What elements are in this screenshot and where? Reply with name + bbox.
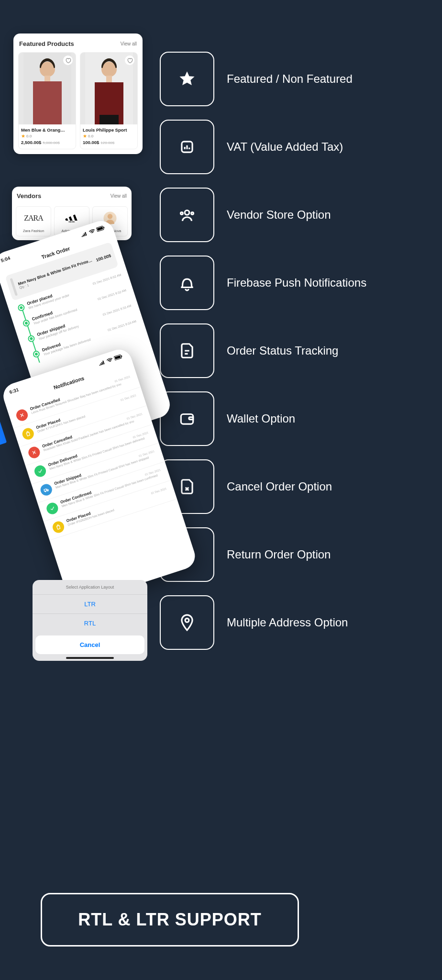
bag-icon (51, 520, 66, 534)
feature-address: Multiple Address Option (160, 595, 428, 650)
product-card[interactable]: Men Blue & Orang… 0.0 2,500.00$5,000.00$ (18, 52, 76, 149)
view-all-link[interactable]: View all (121, 41, 137, 46)
status-time: 5:04 (0, 255, 11, 263)
feature-label: Cancel Order Option (227, 478, 332, 495)
adidas-logo-icon: adidas (55, 210, 88, 227)
truck-icon (39, 482, 54, 497)
layout-selector-sheet: Select Application Layout LTR RTL Cancel (33, 580, 147, 661)
product-rating: 0.0 (83, 134, 135, 138)
feature-label: Wallet Option (227, 410, 295, 427)
sheet-title: Select Application Layout (33, 580, 147, 594)
vendor-item[interactable]: ZARA Zara Fashion (16, 206, 51, 236)
x-icon (27, 445, 41, 459)
home-indicator (66, 657, 114, 659)
feature-featured: Featured / Non Featured (160, 52, 428, 106)
svg-rect-11 (106, 76, 112, 82)
pin-icon (160, 595, 214, 650)
vendor-name: Zara Fashion (17, 229, 50, 233)
svg-point-1 (185, 211, 189, 215)
view-all-link[interactable]: View all (110, 193, 127, 199)
order-price: 100.00$ (95, 253, 111, 263)
svg-point-15 (108, 214, 113, 219)
product-price: 100.00$120.00$ (83, 140, 135, 145)
product-card[interactable]: Louis Philippe Sport 0.0 100.00$120.00$ (80, 52, 138, 149)
svg-point-23 (45, 491, 46, 492)
check-icon (45, 501, 59, 515)
feature-label: Return Order Option (227, 546, 331, 563)
feature-cancel: Cancel Order Option (160, 459, 428, 514)
product-rating: 0.0 (21, 134, 73, 138)
product-price: 2,500.00$5,000.00$ (21, 140, 73, 145)
rtl-ltr-banner: RTL & LTR SUPPORT (41, 893, 299, 947)
star-icon (160, 52, 214, 106)
feature-label: Vendor Store Option (227, 206, 331, 223)
section-title: Vendors (17, 192, 41, 200)
svg-point-5 (185, 618, 189, 622)
heart-icon[interactable] (63, 56, 73, 65)
layout-option-ltr[interactable]: LTR (33, 594, 147, 613)
heart-icon[interactable] (125, 56, 134, 65)
feature-wallet: Wallet Option (160, 391, 428, 446)
svg-point-2 (181, 212, 183, 214)
feature-label: Order Status Tracking (227, 342, 338, 359)
bag-icon (21, 426, 35, 441)
feature-list: Featured / Non Featured VAT (Value Added… (160, 52, 428, 663)
check-icon (33, 464, 47, 478)
x-icon (15, 408, 29, 422)
feature-vendor: Vendor Store Option (160, 188, 428, 242)
order-thumbnail (10, 278, 18, 296)
feature-tracking: Order Status Tracking (160, 323, 428, 378)
feature-label: VAT (Value Added Tax) (227, 138, 343, 156)
status-time: 6:31 (9, 387, 19, 395)
bell-icon (160, 256, 214, 310)
cancel-button[interactable]: Cancel (35, 635, 144, 654)
svg-text:adidas: adidas (68, 221, 75, 223)
product-name: Louis Philippe Sport (83, 127, 135, 133)
feature-label: Featured / Non Featured (227, 70, 353, 88)
file-icon (160, 323, 214, 378)
feature-label: Multiple Address Option (227, 613, 348, 631)
feature-push: Firebase Push Notifications (160, 256, 428, 310)
svg-point-3 (191, 212, 194, 214)
section-title: Featured Products (19, 40, 74, 47)
layout-option-rtl[interactable]: RTL (33, 613, 147, 633)
featured-products-card: Featured Products View all Men Blue & Or… (13, 33, 143, 154)
people-icon (160, 188, 214, 242)
svg-rect-12 (99, 115, 119, 124)
decorative-bar (0, 411, 7, 445)
feature-label: Firebase Push Notifications (227, 274, 366, 291)
feature-return: Return Order Option (160, 527, 428, 582)
feature-vat: VAT (Value Added Tax) (160, 120, 428, 174)
chart-icon (160, 120, 214, 174)
zara-logo-icon: ZARA (17, 210, 50, 227)
svg-point-24 (47, 490, 48, 491)
svg-rect-8 (44, 76, 50, 81)
product-name: Men Blue & Orang… (21, 127, 73, 133)
